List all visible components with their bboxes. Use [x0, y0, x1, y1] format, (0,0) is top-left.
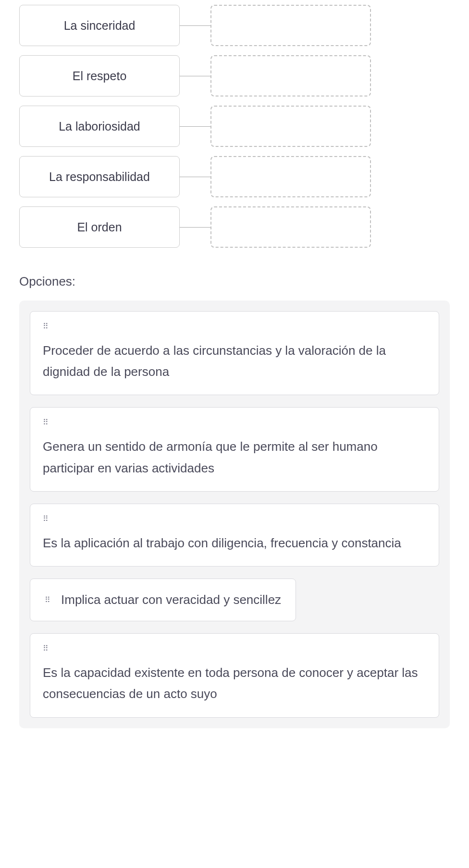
drop-zone[interactable] [210, 5, 371, 46]
match-term-label: La laboriosidad [59, 120, 140, 133]
drag-handle-icon[interactable]: ⠿ [43, 645, 48, 652]
match-row: El orden [19, 206, 450, 248]
drop-zone[interactable] [210, 106, 371, 147]
connector-line [180, 227, 210, 228]
option-card[interactable]: ⠿ Genera un sentido de armonía que le pe… [30, 407, 439, 491]
drop-zone[interactable] [210, 156, 371, 197]
match-term-responsabilidad: La responsabilidad [19, 156, 180, 197]
option-text: Proceder de acuerdo a las circunstancias… [43, 340, 426, 382]
option-card[interactable]: ⠿ Es la capacidad existente en toda pers… [30, 633, 439, 717]
drag-handle-icon[interactable]: ⠿ [43, 419, 48, 426]
option-card[interactable]: ⠿ Implica actuar con veracidad y sencill… [30, 579, 296, 621]
option-text: Es la aplicación al trabajo con diligenc… [43, 532, 426, 554]
match-term-label: El orden [77, 220, 122, 234]
drag-handle-icon[interactable]: ⠿ [43, 323, 48, 330]
match-term-sinceridad: La sinceridad [19, 5, 180, 46]
match-term-label: La sinceridad [64, 19, 136, 33]
match-row: La laboriosidad [19, 106, 450, 147]
option-text: Implica actuar con veracidad y sencillez [61, 592, 281, 607]
options-heading: Opciones: [19, 274, 463, 289]
drag-handle-icon[interactable]: ⠿ [43, 515, 48, 523]
match-term-laboriosidad: La laboriosidad [19, 106, 180, 147]
match-row: La sinceridad [19, 5, 450, 46]
match-term-label: El respeto [73, 69, 127, 83]
match-term-label: La responsabilidad [49, 170, 150, 184]
option-card[interactable]: ⠿ Es la aplicación al trabajo con dilige… [30, 504, 439, 567]
option-text: Genera un sentido de armonía que le perm… [43, 436, 426, 478]
matching-section: La sinceridad El respeto La laboriosidad… [6, 0, 463, 266]
connector-line [180, 177, 210, 177]
match-row: La responsabilidad [19, 156, 450, 197]
connector-line [180, 76, 210, 76]
option-text: Es la capacidad existente en toda person… [43, 662, 426, 704]
drop-zone[interactable] [210, 206, 371, 248]
connector-line [180, 25, 210, 26]
match-term-orden: El orden [19, 206, 180, 248]
option-card[interactable]: ⠿ Proceder de acuerdo a las circunstanci… [30, 311, 439, 395]
drop-zone[interactable] [210, 55, 371, 96]
drag-handle-icon[interactable]: ⠿ [45, 596, 49, 604]
match-term-respeto: El respeto [19, 55, 180, 96]
match-row: El respeto [19, 55, 450, 96]
connector-line [180, 126, 210, 127]
options-container: ⠿ Proceder de acuerdo a las circunstanci… [19, 301, 450, 728]
